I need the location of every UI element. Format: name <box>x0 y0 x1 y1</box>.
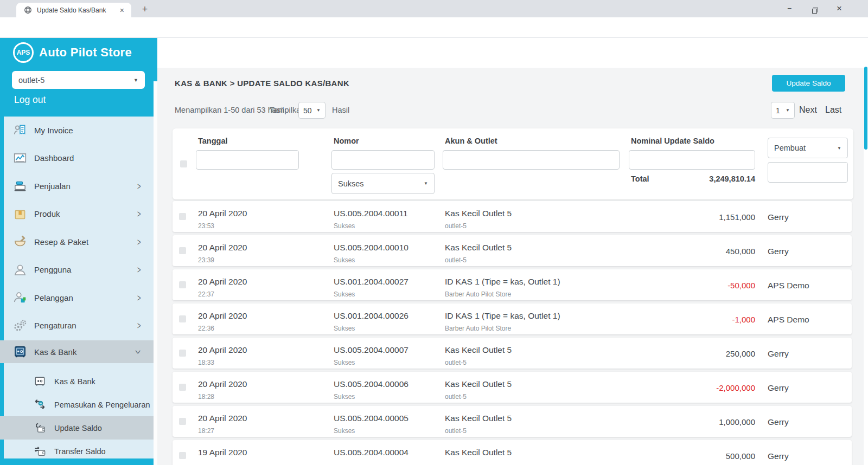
sidebar-item-pemasukan-pengeluaran[interactable]: Pemasukan & Pengeluaran <box>0 393 154 416</box>
new-tab-button[interactable]: + <box>138 3 152 17</box>
sidebar-item-kas-bank[interactable]: Kas & Bank <box>0 370 154 393</box>
page-number-select[interactable]: 1 ▼ <box>771 102 795 119</box>
row-nominal: 1,000,000 <box>719 417 755 427</box>
filter-pembuat-value: Pembuat <box>774 144 806 152</box>
row-pembuat: APS Demo <box>768 315 809 325</box>
window-minimize-button[interactable]: − <box>777 0 802 17</box>
results-summary: Menampilkan 1-50 dari 53 hasil <box>175 106 284 114</box>
row-outlet: outlet-5 <box>445 427 467 435</box>
table-row: 20 April 202018:28US.005.2004.00006Sukse… <box>173 372 852 403</box>
breadcrumb: KAS & BANK > UPDATE SALDO KAS/BANK <box>175 79 349 88</box>
column-header-nominal: Nominal Update Saldo <box>631 137 714 145</box>
row-status: Sukses <box>334 290 355 299</box>
window-restore-button[interactable] <box>802 0 827 17</box>
sidebar-item-label: Produk <box>34 209 60 218</box>
table-header-panel: Tanggal Nomor Akun & Outlet Nominal Upda… <box>173 128 853 199</box>
sidebar-item-update-saldo[interactable]: Update Saldo <box>0 416 154 440</box>
inout-icon <box>34 398 46 411</box>
restore-icon <box>812 9 817 14</box>
table-row: 20 April 202018:33US.005.2004.00007Sukse… <box>173 338 852 369</box>
table-row: 20 April 202023:39US.005.2004.00010Sukse… <box>173 235 852 266</box>
sidebar-item-penjualan[interactable]: Penjualan> <box>0 173 154 199</box>
row-time: 23:53 <box>198 222 214 230</box>
filter-nomor-input[interactable] <box>331 150 435 170</box>
row-checkbox[interactable] <box>179 213 186 220</box>
sidebar-item-label: Kas & Bank <box>34 347 76 357</box>
dropdown-caret-icon: ▼ <box>133 78 138 83</box>
next-page-link[interactable]: Next <box>799 105 817 115</box>
last-page-link[interactable]: Last <box>825 105 841 115</box>
sidebar-item-label: Resep & Paket <box>34 237 88 247</box>
filter-status-select[interactable]: Sukses ▼ <box>331 173 435 194</box>
sidebar-item-label: Update Saldo <box>54 424 102 432</box>
total-label: Total <box>631 175 649 183</box>
row-pembuat: Gerry <box>768 383 789 393</box>
update-saldo-button[interactable]: Update Saldo <box>772 75 845 92</box>
row-akun: Kas Kecil Outlet 5 <box>445 242 512 253</box>
row-checkbox[interactable] <box>179 247 186 254</box>
row-checkbox[interactable] <box>179 418 186 425</box>
chevron-right-icon: > <box>137 180 141 191</box>
sidebar-item-resep-paket[interactable]: Resep & Paket> <box>0 229 154 255</box>
browser-tab[interactable]: Update Saldo Kas/Bank × <box>16 3 131 17</box>
window-close-button[interactable]: × <box>827 0 852 17</box>
chevron-down-icon: > <box>132 350 144 354</box>
customer-icon <box>13 290 27 305</box>
row-akun: ID KAS 1 (Tipe = kas, Outlet 1) <box>445 276 560 287</box>
row-akun: Kas Kecil Outlet 5 <box>445 345 512 356</box>
page-scrollbar-thumb[interactable] <box>864 67 867 150</box>
sidebar-item-pengaturan[interactable]: Pengaturan> <box>0 313 154 339</box>
sidebar-item-my-invoice[interactable]: My Invoice <box>0 117 154 143</box>
sidebar-item-label: Transfer Saldo <box>54 447 106 456</box>
row-status: Sukses <box>334 359 355 367</box>
browser-navbar: ← → ↻ development.autopilotstore.co.id/k… <box>0 17 868 38</box>
row-akun: ID KAS 1 (Tipe = kas, Outlet 1) <box>445 311 560 321</box>
page-number-value: 1 <box>776 106 780 115</box>
page-size-select[interactable]: 50 ▼ <box>298 102 326 119</box>
filter-tanggal-input[interactable] <box>196 150 299 170</box>
row-date: 20 April 2020 <box>198 242 247 253</box>
row-checkbox[interactable] <box>179 452 186 459</box>
row-akun: Kas Kecil Outlet 5 <box>445 447 512 458</box>
browser-titlebar: Update Saldo Kas/Bank × + − × <box>0 0 868 17</box>
dashboard-icon <box>13 151 27 165</box>
row-nominal: -1,000 <box>732 315 755 324</box>
sidebar-scrollbar[interactable] <box>154 81 157 465</box>
dropdown-caret-icon: ▼ <box>781 108 790 113</box>
logout-link[interactable]: Log out <box>14 94 46 106</box>
brand-name: Auto Pilot Store <box>39 46 132 60</box>
content-top-band <box>157 38 868 68</box>
total-value: 3,249,810.14 <box>709 175 755 183</box>
row-akun: Kas Kecil Outlet 5 <box>445 413 512 424</box>
row-nominal: 250,000 <box>726 349 755 358</box>
row-date: 20 April 2020 <box>198 345 247 356</box>
filter-pembuat-select[interactable]: Pembuat ▼ <box>768 138 848 158</box>
filter-nominal-input[interactable] <box>629 150 755 170</box>
sidebar-item-dashboard[interactable]: Dashboard <box>0 145 154 171</box>
row-checkbox[interactable] <box>179 384 186 391</box>
sidebar-item-label: My Invoice <box>34 126 73 135</box>
filter-pembuat-input[interactable] <box>768 162 848 183</box>
sidebar-item-kas-bank[interactable]: Kas & Bank> <box>0 340 154 363</box>
tab-close-icon[interactable]: × <box>117 7 127 14</box>
row-checkbox[interactable] <box>179 281 186 288</box>
row-checkbox[interactable] <box>179 350 186 357</box>
filter-akun-input[interactable] <box>443 150 620 170</box>
select-all-checkbox[interactable] <box>180 160 187 167</box>
hasil-label: Hasil <box>332 106 349 114</box>
row-outlet: outlet-5 <box>445 222 467 230</box>
row-nomor: US.005.2004.00006 <box>334 379 409 390</box>
sidebar-item-pelanggan[interactable]: Pelanggan> <box>0 285 154 311</box>
column-header-akun: Akun & Outlet <box>445 137 497 145</box>
row-checkbox[interactable] <box>179 315 186 322</box>
sidebar-item-produk[interactable]: Produk> <box>0 201 154 227</box>
row-nominal: -2,000,000 <box>716 383 755 392</box>
sidebar-item-transfer-saldo[interactable]: Transfer Saldo <box>0 440 154 463</box>
row-time: 22:37 <box>198 290 214 299</box>
row-status: Sukses <box>334 325 355 333</box>
row-date: 19 April 2020 <box>198 447 247 458</box>
safe-icon <box>13 345 27 359</box>
dropdown-caret-icon: ▼ <box>837 146 841 151</box>
sidebar-item-pengguna[interactable]: Pengguna> <box>0 257 154 283</box>
outlet-select[interactable]: outlet-5 ▼ <box>12 71 145 89</box>
